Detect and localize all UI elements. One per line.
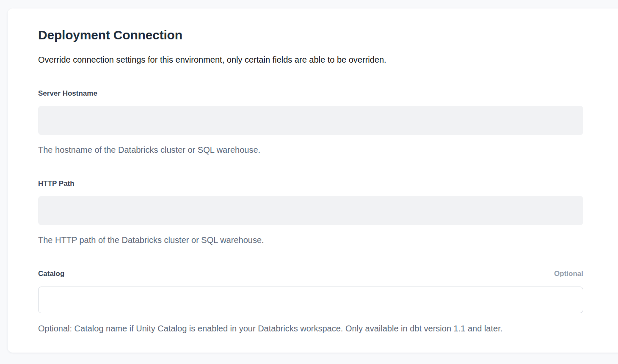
page-subtitle: Override connection settings for this en… xyxy=(38,54,583,65)
server-hostname-label: Server Hostname xyxy=(38,89,97,98)
catalog-optional-tag: Optional xyxy=(554,269,583,279)
catalog-input[interactable] xyxy=(38,287,583,313)
field-http-path: HTTP Path The HTTP path of the Databrick… xyxy=(38,179,583,245)
server-hostname-label-row: Server Hostname xyxy=(38,89,583,98)
http-path-label: HTTP Path xyxy=(38,179,74,188)
http-path-help: The HTTP path of the Databricks cluster … xyxy=(38,234,583,245)
server-hostname-input xyxy=(38,106,583,135)
deployment-connection-card: Deployment Connection Override connectio… xyxy=(8,8,618,353)
http-path-label-row: HTTP Path xyxy=(38,179,583,188)
catalog-label: Catalog xyxy=(38,269,64,279)
page-title: Deployment Connection xyxy=(38,27,583,43)
catalog-help: Optional: Catalog name if Unity Catalog … xyxy=(38,323,583,334)
field-server-hostname: Server Hostname The hostname of the Data… xyxy=(38,89,583,155)
http-path-input xyxy=(38,196,583,225)
field-catalog: Catalog Optional Optional: Catalog name … xyxy=(38,269,583,334)
deployment-connection-form: Deployment Connection Override connectio… xyxy=(38,27,583,334)
catalog-label-row: Catalog Optional xyxy=(38,269,583,279)
server-hostname-help: The hostname of the Databricks cluster o… xyxy=(38,144,583,155)
